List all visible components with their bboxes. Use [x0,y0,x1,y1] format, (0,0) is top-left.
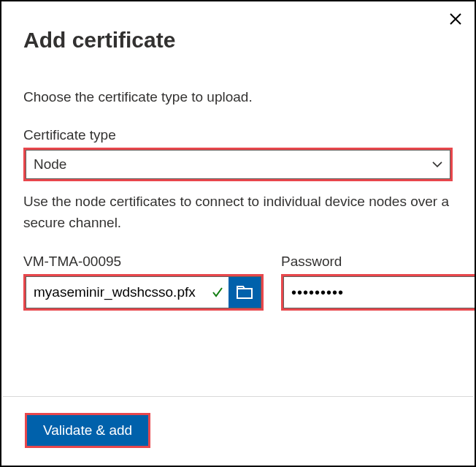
cert-type-highlight: Node [23,148,453,181]
chevron-down-icon [432,156,442,172]
password-label: Password [281,254,476,270]
node-label: VM-TMA-00095 [23,254,264,270]
cert-type-dropdown[interactable]: Node [26,150,450,179]
cert-type-label: Certificate type [23,127,453,143]
folder-icon [237,286,253,299]
intro-text: Choose the certificate type to upload. [23,89,453,105]
page-title: Add certificate [23,28,453,53]
footer: Validate & add [3,396,473,464]
password-highlight [281,274,476,311]
validate-highlight: Validate & add [25,413,150,448]
password-input[interactable] [284,284,476,301]
close-button[interactable] [444,7,467,31]
cert-type-value: Node [34,156,66,172]
close-icon [450,13,461,25]
file-name-input[interactable] [26,277,211,308]
browse-button[interactable] [229,277,261,308]
helper-text: Use the node certificates to connect to … [23,191,453,233]
svg-rect-0 [237,289,252,298]
checkmark-icon [211,277,229,308]
file-highlight [23,274,264,311]
validate-add-button[interactable]: Validate & add [27,415,148,446]
